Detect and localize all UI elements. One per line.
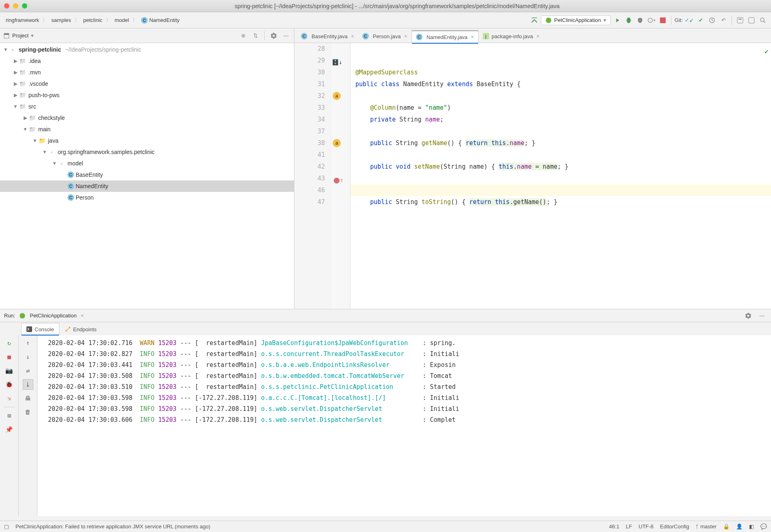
expand-arrow-icon[interactable]: ▶ bbox=[22, 115, 28, 121]
tool-windows-button[interactable]: ▢ bbox=[4, 523, 9, 530]
tree-node[interactable]: CPerson bbox=[0, 192, 294, 203]
close-tab-icon[interactable]: × bbox=[536, 33, 540, 39]
breadcrumb-item[interactable]: ringframework bbox=[3, 16, 41, 24]
tree-node[interactable]: ▶.idea bbox=[0, 55, 294, 67]
tree-root[interactable]: ▼ ▫ spring-petclinic ~/IdeaProjects/spri… bbox=[0, 44, 294, 55]
line-number[interactable]: 43 bbox=[294, 173, 325, 185]
line-number[interactable]: 37 bbox=[294, 126, 325, 137]
pin-button[interactable]: 📌 bbox=[4, 424, 15, 435]
up-stacktrace-button[interactable]: ↑ bbox=[23, 338, 33, 348]
caret-position[interactable]: 46:1 bbox=[609, 523, 619, 530]
expand-arrow-icon[interactable]: ▶ bbox=[12, 81, 19, 87]
gutter-icons[interactable]: 🗄️↓aa⬤↑ bbox=[331, 43, 351, 309]
inspector-icon[interactable]: 👤 bbox=[736, 523, 743, 530]
inspection-ok-icon[interactable]: ✔ bbox=[764, 46, 769, 57]
line-number[interactable]: 41 bbox=[294, 149, 325, 161]
tree-node[interactable]: ▼src bbox=[0, 101, 294, 112]
line-number[interactable]: 30 bbox=[294, 67, 325, 78]
stop-button[interactable] bbox=[658, 15, 668, 25]
breadcrumb-item[interactable]: petclinic bbox=[81, 16, 105, 24]
editor-tab[interactable]: CBaseEntity.java× bbox=[297, 30, 358, 43]
debug-button[interactable] bbox=[624, 15, 634, 25]
soft-wrap-button[interactable]: ⇄ bbox=[23, 365, 33, 376]
close-icon[interactable]: × bbox=[81, 313, 84, 319]
down-stacktrace-button[interactable]: ↓ bbox=[23, 352, 33, 362]
line-number[interactable]: 33 bbox=[294, 102, 325, 114]
accessor-gutter-icon[interactable]: a bbox=[333, 92, 341, 100]
console-output[interactable]: 2020-02-04 17:30:02.716 WARN 15203 --- [… bbox=[37, 335, 771, 516]
attach-debugger-button[interactable]: 🐞 bbox=[4, 379, 15, 390]
close-tab-icon[interactable]: × bbox=[351, 33, 354, 39]
breadcrumb-item[interactable]: model bbox=[112, 16, 131, 24]
tree-node[interactable]: CNamedEntity bbox=[0, 180, 294, 192]
hide-button[interactable]: — bbox=[281, 31, 291, 41]
code-body[interactable]: @MappedSuperclass public class NamedEnti… bbox=[351, 43, 771, 309]
scroll-to-end-button[interactable]: ⤓ bbox=[23, 379, 33, 390]
code-area[interactable]: 2829303132333437384142434647 🗄️↓aa⬤↑ @Ma… bbox=[294, 43, 771, 309]
line-number[interactable]: 32 bbox=[294, 90, 325, 102]
editorconfig-indicator[interactable]: EditorConfig bbox=[660, 523, 689, 530]
editor-tab[interactable]: CPerson.java× bbox=[358, 30, 412, 43]
editor-tab[interactable]: CNamedEntity.java× bbox=[412, 30, 479, 43]
run-hide-button[interactable]: — bbox=[757, 311, 767, 321]
print-button[interactable]: 🖶 bbox=[23, 393, 33, 404]
layout-button[interactable]: ⊞ bbox=[4, 410, 15, 421]
editor-tab[interactable]: jpackage-info.java× bbox=[479, 30, 544, 43]
notification-icon[interactable]: 💬 bbox=[760, 523, 767, 530]
expand-arrow-icon[interactable]: ▶ bbox=[12, 69, 19, 75]
profile-button[interactable]: ▾ bbox=[647, 15, 656, 25]
file-encoding[interactable]: UTF-8 bbox=[638, 523, 653, 530]
close-window[interactable] bbox=[4, 3, 9, 9]
minimize-window[interactable] bbox=[13, 3, 18, 9]
line-gutter[interactable]: 2829303132333437384142434647 bbox=[294, 43, 331, 309]
tree-node[interactable]: ▼▫org.springframework.samples.petclinic bbox=[0, 146, 294, 158]
run-button[interactable] bbox=[612, 15, 622, 25]
expand-arrow-icon[interactable]: ▶ bbox=[12, 92, 19, 98]
line-number[interactable]: 47 bbox=[294, 196, 325, 208]
run-config-selector[interactable]: PetClinicApplication ▾ bbox=[541, 15, 611, 25]
line-number[interactable]: 42 bbox=[294, 161, 325, 173]
search-everywhere-button[interactable] bbox=[758, 15, 768, 25]
run-settings-button[interactable] bbox=[743, 311, 753, 321]
tree-node[interactable]: CBaseEntity bbox=[0, 169, 294, 180]
expand-arrow-icon[interactable]: ▼ bbox=[51, 161, 58, 166]
ide-settings-button[interactable] bbox=[747, 15, 756, 25]
line-number[interactable]: 34 bbox=[294, 114, 325, 126]
lock-icon[interactable]: 🔒 bbox=[723, 523, 730, 530]
expand-arrow-icon[interactable]: ▼ bbox=[32, 138, 38, 143]
line-number[interactable]: 38 bbox=[294, 137, 325, 149]
line-number[interactable]: 31 bbox=[294, 78, 325, 90]
line-ending[interactable]: LF bbox=[626, 523, 632, 530]
line-number[interactable]: 28 bbox=[294, 43, 325, 55]
coverage-button[interactable] bbox=[635, 15, 645, 25]
dump-threads-button[interactable]: 📷 bbox=[4, 365, 15, 376]
expand-arrow-icon[interactable]: ▼ bbox=[41, 149, 48, 155]
clear-all-button[interactable]: 🗑 bbox=[23, 407, 33, 417]
git-commit-button[interactable]: ✔ bbox=[696, 15, 706, 25]
close-tab-icon[interactable]: × bbox=[404, 33, 407, 39]
line-number[interactable]: 46 bbox=[294, 185, 325, 196]
tree-node[interactable]: ▶checkstyle bbox=[0, 112, 294, 124]
expand-arrow-icon[interactable]: ▶ bbox=[12, 58, 19, 64]
endpoints-tab[interactable]: Endpoints bbox=[60, 323, 102, 335]
expand-arrow-icon[interactable]: ▼ bbox=[2, 47, 9, 52]
project-tree[interactable]: ▼ ▫ spring-petclinic ~/IdeaProjects/spri… bbox=[0, 43, 294, 309]
memory-indicator-icon[interactable]: ◧ bbox=[749, 523, 754, 530]
select-opened-file-button[interactable]: ⊕ bbox=[238, 31, 248, 41]
breadcrumb-item[interactable]: CNamedEntity bbox=[139, 16, 182, 24]
db-gutter-icon[interactable]: 🗄️↓ bbox=[332, 56, 342, 68]
line-number[interactable]: 29 bbox=[294, 55, 325, 67]
git-branch[interactable]: ᚶ master bbox=[696, 523, 717, 530]
git-update-button[interactable]: ✓↙ bbox=[684, 15, 694, 25]
tree-node[interactable]: ▼📁java bbox=[0, 135, 294, 146]
accessor-gutter-icon[interactable]: a bbox=[333, 139, 341, 147]
expand-all-button[interactable]: ⇅ bbox=[250, 31, 260, 41]
console-tab[interactable]: Console bbox=[21, 323, 59, 335]
tree-node[interactable]: ▶.vscode bbox=[0, 78, 294, 89]
expand-arrow-icon[interactable]: ▼ bbox=[22, 126, 28, 132]
override-gutter-icon[interactable]: ⬤↑ bbox=[333, 174, 343, 186]
tree-node[interactable]: ▶.mvn bbox=[0, 67, 294, 78]
exit-button[interactable]: ⇲ bbox=[4, 393, 15, 404]
tree-node[interactable]: ▼▫model bbox=[0, 158, 294, 169]
chevron-down-icon[interactable]: ▾ bbox=[31, 33, 34, 39]
